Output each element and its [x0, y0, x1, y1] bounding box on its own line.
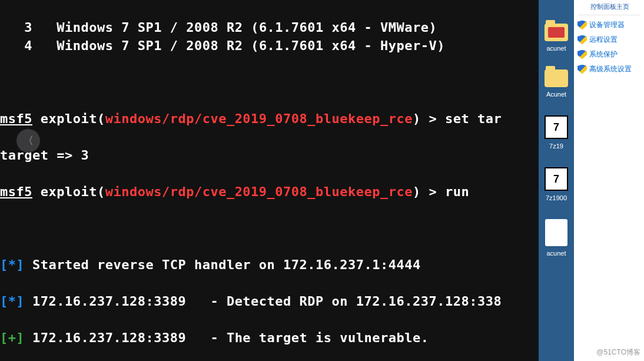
desktop-icon-label: 7z1900: [542, 194, 571, 201]
divider: [577, 15, 640, 15]
control-panel-home-link[interactable]: 控制面板主页: [574, 0, 644, 15]
cp-item-label: 系统保护: [589, 49, 618, 59]
desktop-icon[interactable]: acunet: [542, 24, 571, 52]
msf-output-line: [*] Started reverse TCP handler on 172.1…: [0, 256, 539, 274]
desktop-icon[interactable]: Acunet: [542, 69, 571, 98]
desktop-icon-label: acunet: [542, 45, 571, 52]
cp-item-remote-settings[interactable]: 远程设置: [574, 32, 644, 47]
shield-icon: [577, 35, 587, 45]
cp-item-system-protection[interactable]: 系统保护: [574, 47, 644, 62]
cp-item-label: 高级系统设置: [589, 64, 632, 74]
7z-icon: 7: [545, 167, 568, 191]
blank-line: [0, 73, 539, 91]
watermark: @51CTO博客: [596, 347, 640, 357]
cp-item-device-manager[interactable]: 设备管理器: [574, 18, 644, 32]
cp-item-label: 设备管理器: [589, 20, 625, 30]
folder-icon: [545, 24, 568, 41]
terminal[interactable]: 3 Windows 7 SP1 / 2008 R2 (6.1.7601 x64 …: [0, 0, 539, 361]
msf-output-line: [+] 172.16.237.128:3389 - The target is …: [0, 329, 539, 347]
desktop-icon-label: 7z19: [542, 143, 571, 150]
xml-file-icon: [545, 219, 567, 246]
desktop-icon[interactable]: 7 7z19: [542, 115, 571, 150]
desktop-icon-label: acunet: [542, 250, 571, 257]
desktop-icon[interactable]: acunet: [542, 219, 571, 257]
blank-line: [0, 219, 539, 237]
msf-line-set-target: msf5 exploit(windows/rdp/cve_2019_0708_b…: [0, 110, 539, 128]
back-button[interactable]: 〈: [16, 129, 40, 153]
target-list: 3 Windows 7 SP1 / 2008 R2 (6.1.7601 x64 …: [0, 18, 539, 55]
msf-line-run: msf5 exploit(windows/rdp/cve_2019_0708_b…: [0, 183, 539, 201]
msf-output-line: [*] 172.16.237.128:3389 - Detected RDP o…: [0, 292, 539, 310]
shield-icon: [577, 65, 587, 74]
msf-set-target-result: target => 3: [0, 146, 539, 164]
desktop-icon[interactable]: 7 7z1900: [542, 167, 571, 201]
shield-icon: [577, 50, 587, 59]
7z-icon: 7: [545, 115, 568, 139]
folder-icon: [545, 69, 568, 87]
desktop-icon-label: Acunet: [542, 91, 571, 98]
control-panel-sidebar: 控制面板主页 设备管理器 远程设置 系统保护 高级系统设置: [574, 0, 644, 361]
cp-item-advanced-system[interactable]: 高级系统设置: [574, 62, 644, 77]
desktop-icons-strip: acunet Acunet 7 7z19 7 7z1900 acunet: [539, 0, 574, 361]
cp-item-label: 远程设置: [589, 35, 618, 45]
shield-icon: [577, 21, 587, 30]
chevron-left-icon: 〈: [23, 134, 34, 148]
